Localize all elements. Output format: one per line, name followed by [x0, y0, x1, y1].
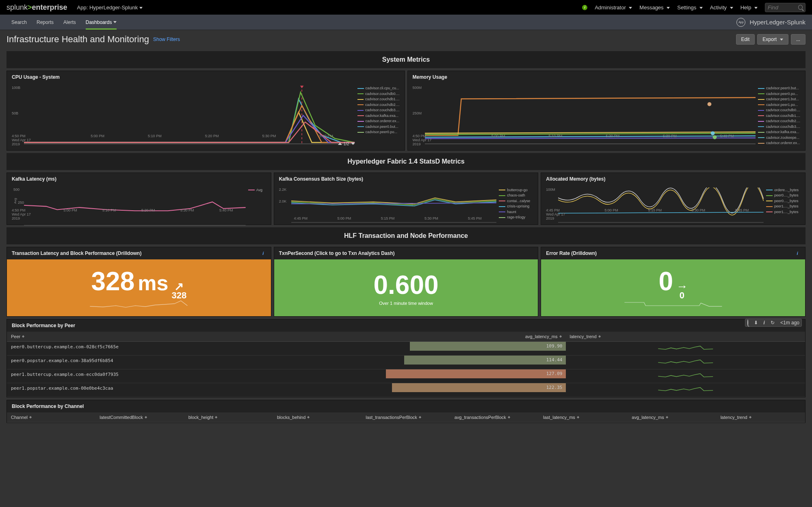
legend-item[interactable]: cadvisor.couchdb3....	[357, 108, 400, 113]
app-selector[interactable]: App: HyperLedger-Splunk	[77, 4, 143, 11]
menu-settings[interactable]: Settings	[677, 4, 703, 11]
legend-item[interactable]: peer0...._bytes	[766, 193, 800, 198]
kafka-batch-legend: buttercup-gochaos-oathcontai...calysecri…	[496, 188, 533, 220]
legend-item[interactable]: cadvisor.couchdb0....	[758, 108, 800, 113]
legend-item[interactable]: buttercup-go	[499, 188, 533, 193]
legend-item[interactable]: cadvisor.peer0.po...	[357, 129, 400, 135]
nav-alerts[interactable]: Alerts	[58, 15, 81, 30]
more-button[interactable]: ...	[791, 34, 806, 45]
info-icon[interactable]: i	[762, 320, 766, 326]
cell-trend	[566, 369, 806, 383]
sparkline	[46, 299, 231, 309]
legend-item[interactable]: haunt	[499, 209, 533, 215]
menu-help[interactable]: Help	[741, 4, 758, 11]
legend-item[interactable]: chaos-oath	[499, 193, 533, 198]
legend-item[interactable]: cadvisor.zookeepe...	[758, 135, 800, 141]
col-latency-trend[interactable]: latency_trend◆	[566, 332, 806, 341]
table-row[interactable]: peer1.popstar.example.com-00e0be4c3caa12…	[7, 383, 805, 397]
col-last_latency_ms[interactable]: last_latency_ms ◆	[539, 412, 628, 422]
col-channel[interactable]: Channel ◆	[7, 412, 95, 422]
legend-pager[interactable]: 1/2	[338, 142, 355, 146]
nav-search[interactable]: Search	[6, 15, 32, 30]
trend-up-icon: ↗	[174, 281, 184, 291]
app-name: HyperLedger-Splunk	[749, 19, 806, 26]
legend-item[interactable]: cadvisor.couchdb1....	[357, 97, 400, 102]
legend-item[interactable]: contai...calyse	[499, 198, 533, 204]
txn-latency-single-value[interactable]: 328 ms ↗ 328	[7, 259, 271, 316]
nav-dashboards[interactable]: Dashboards	[81, 15, 122, 30]
info-icon[interactable]: i	[795, 250, 800, 256]
info-icon[interactable]: i	[260, 250, 266, 256]
col-avg_transactionsperblock[interactable]: avg_transactionsPerBlock ◆	[450, 412, 539, 422]
table-header: Peer◆ avg_latency_ms◆ latency_trend◆	[7, 332, 805, 342]
tps-single-value[interactable]: 0.600 Over 1 minute time window	[274, 259, 538, 316]
show-filters-link[interactable]: Show Filters	[153, 37, 180, 42]
nav-reports[interactable]: Reports	[32, 15, 58, 30]
panel-txn-latency: Transaction Latency and Block Performanc…	[6, 247, 271, 317]
legend-item[interactable]: rage-trilogy	[499, 215, 533, 220]
legend-item[interactable]: cadvisor.orderer.ex...	[357, 119, 400, 124]
legend-item[interactable]: cadvisor.peer1.but...	[758, 97, 800, 102]
col-peer[interactable]: Peer◆	[7, 332, 366, 341]
legend-item[interactable]: cadvisor.couchdb2....	[758, 119, 800, 124]
panel-memory-usage: Memory Usage 500M 250M	[407, 71, 806, 151]
top-bar: splunk>enterprise App: HyperLedger-Splun…	[0, 0, 812, 15]
legend-item[interactable]: ordere..._bytes	[766, 188, 800, 193]
refresh-icon[interactable]: ↻	[769, 320, 776, 326]
panel-tps: TxnPerSecond (Click to go to Txn Analyti…	[274, 247, 539, 317]
panel-title: Error Rate (Drilldown)	[546, 250, 597, 256]
table-row[interactable]: peer1.buttercup.example.com-ecc0da0f7935…	[7, 369, 805, 383]
legend-item[interactable]: crisis-uprising	[499, 204, 533, 209]
col-last_transactionsperblock[interactable]: last_transactionsPerBlock ◆	[362, 412, 450, 422]
menu-messages[interactable]: Messages	[639, 4, 670, 11]
memory-chart[interactable]: 500M 250M	[413, 86, 756, 146]
legend-item[interactable]: cadvisor.couchdb1....	[758, 113, 800, 119]
table-row[interactable]: peer0.popstar.example.com-38a95df6b85411…	[7, 356, 805, 369]
legend-item[interactable]: peer1...._bytes	[766, 204, 800, 209]
chevron-down-icon	[139, 7, 143, 9]
menu-administrator[interactable]: Administrator	[595, 4, 632, 11]
cell-trend	[566, 383, 806, 397]
col-avg-latency[interactable]: avg_latency_ms◆	[366, 332, 565, 341]
zoom-icon[interactable]	[746, 320, 749, 326]
legend-item[interactable]: cadvisor.peer0.po...	[758, 91, 800, 97]
legend-item[interactable]: cadvisor.couchdb0....	[357, 91, 400, 97]
error-rate-single-value[interactable]: 0 → 0	[541, 259, 805, 316]
search-input[interactable]	[768, 4, 798, 11]
kafka-latency-chart[interactable]: 500 Avg250 4:50 PMWed Apr 172019 5:00 PM…	[12, 188, 246, 220]
col-latency_trend[interactable]: latency_trend ◆	[717, 412, 805, 422]
legend-item[interactable]: cadvisor.couchdb3....	[758, 124, 800, 130]
kafka-batch-chart[interactable]: 2.2K2.0K 4:45 PM 5:00 PM 5:15 PM 5:30 PM…	[279, 188, 497, 220]
download-icon[interactable]: ⬇	[753, 320, 759, 326]
col-latestcommittedblock[interactable]: latestCommittedBlock ◆	[95, 412, 184, 422]
legend-item[interactable]: cadvisor.orderer.ex...	[758, 140, 800, 146]
alloc-mem-legend: ordere..._bytespeer0...._bytespeer0...._…	[764, 188, 800, 220]
col-block_height[interactable]: block_height ◆	[184, 412, 273, 422]
col-avg_latency_ms[interactable]: avg_latency_ms ◆	[628, 412, 716, 422]
legend-item[interactable]: peer1...._bytes	[766, 209, 800, 215]
global-search[interactable]	[765, 3, 806, 12]
legend-item[interactable]: cadvisor.kafka.exa...	[758, 129, 800, 135]
app-icon: App	[736, 18, 745, 27]
status-icon[interactable]: i	[582, 5, 587, 10]
memory-legend: cadvisor.peer0.but...cadvisor.peer0.po..…	[756, 86, 800, 146]
legend-item[interactable]: cadvisor.peer0.but...	[758, 86, 800, 91]
legend-item[interactable]: cadvisor.couchdb2....	[357, 102, 400, 108]
legend-item[interactable]: cadvisor.kafka.exa...	[357, 113, 400, 119]
legend-item[interactable]: cadvisor.peer1.po...	[758, 102, 800, 108]
legend-item[interactable]: cadvisor.peer0.but...	[357, 124, 400, 130]
export-button[interactable]: Export	[757, 34, 788, 45]
edit-button[interactable]: Edit	[736, 34, 755, 45]
cpu-chart[interactable]: 100B 50B	[12, 86, 355, 146]
menu-activity[interactable]: Activity	[710, 4, 733, 11]
panel-title: Kafka Latency (ms)	[7, 173, 271, 185]
alloc-mem-chart[interactable]: 100M 4:45 PMWed Apr 172019 5:00 PM 5:15 …	[546, 188, 764, 220]
search-icon	[798, 5, 803, 10]
legend-item[interactable]: peer0...._bytes	[766, 198, 800, 204]
col-blocks_behind[interactable]: blocks_behind ◆	[273, 412, 362, 422]
splunk-logo: splunk>enterprise	[6, 3, 67, 12]
panel-title: TxnPerSecond (Click to go to Txn Analyti…	[274, 247, 538, 259]
table-row[interactable]: peer0.buttercup.example.com-028cf5c7665e…	[7, 342, 805, 356]
legend-item[interactable]: cadvisor.cli.cpu_cu...	[357, 86, 400, 91]
panel-title: Kafka Consensus Batch Size (bytes)	[274, 173, 538, 185]
